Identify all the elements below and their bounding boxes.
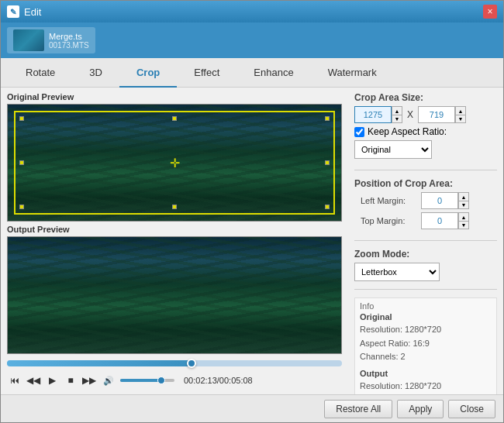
top-margin-input-group: ▲ ▼ [421, 212, 469, 229]
crop-handle-bm[interactable] [172, 205, 177, 209]
step-forward-button[interactable]: ▶▶ [81, 373, 97, 388]
width-spinners: ▲ ▼ [392, 106, 402, 123]
out-resolution: Resolution: 1280*720 [360, 380, 492, 394]
crop-handle-tl[interactable] [19, 116, 24, 121]
tabs-bar: Rotate 3D Crop Effect Enhance Watermark [1, 58, 503, 88]
left-margin-down[interactable]: ▼ [458, 201, 469, 209]
output-preview-section: Output Preview [7, 225, 343, 354]
top-margin-label: Top Margin: [361, 216, 416, 225]
file-names: Merge.ts 00173.MTS [49, 32, 89, 50]
keep-aspect-row: Keep Aspect Ratio: [354, 126, 497, 137]
output-sub: Output [360, 369, 492, 378]
zoom-section: Zoom Mode: Letterbox Pan&Scan Full [354, 249, 497, 281]
progress-bar[interactable] [7, 360, 342, 366]
crosshair: ✛ [170, 156, 180, 170]
info-section: Info Original Resolution: 1280*720 Aspec… [354, 297, 497, 394]
title-bar: ✎ Edit × [1, 1, 503, 22]
width-up-button[interactable]: ▲ [392, 106, 402, 115]
tab-enhance[interactable]: Enhance [236, 58, 310, 88]
left-margin-label: Left Margin: [361, 196, 416, 205]
progress-thumb[interactable] [187, 359, 196, 368]
controls-bar: ⏮ ◀◀ ▶ ■ ▶▶ 🔊 00:02:13/00:05:08 [7, 373, 343, 388]
tab-effect[interactable]: Effect [177, 58, 236, 88]
crop-handle-lm[interactable] [19, 160, 24, 165]
top-margin-spinners: ▲ ▼ [458, 212, 469, 229]
height-input[interactable] [418, 106, 455, 123]
tab-3d[interactable]: 3D [72, 58, 119, 88]
zoom-label: Zoom Mode: [354, 249, 497, 260]
keep-aspect-label: Keep Aspect Ratio: [368, 126, 447, 137]
left-panel: Original Preview [1, 88, 348, 394]
close-button[interactable]: Close [448, 400, 495, 418]
zoom-dropdown[interactable]: Letterbox Pan&Scan Full [354, 263, 440, 281]
crop-handle-bl[interactable] [19, 205, 24, 209]
crop-handle-rm[interactable] [325, 160, 330, 165]
apply-button[interactable]: Apply [397, 400, 444, 418]
x-separator: X [407, 109, 413, 120]
volume-thumb[interactable] [157, 377, 165, 384]
output-preview-label: Output Preview [7, 225, 343, 234]
divider-2 [354, 240, 497, 241]
crop-handle-tr[interactable] [325, 116, 330, 121]
progress-fill [7, 360, 192, 366]
crop-handle-tm[interactable] [172, 116, 177, 121]
file-item[interactable]: Merge.ts 00173.MTS [7, 27, 95, 53]
bottom-bar: Restore All Apply Close [1, 394, 503, 422]
height-input-group: ▲ ▼ [418, 106, 466, 123]
skip-to-start-button[interactable]: ⏮ [7, 373, 22, 388]
stop-button[interactable]: ■ [63, 373, 78, 388]
crop-area-size-label: Crop Area Size: [354, 92, 497, 103]
window-title: Edit [24, 6, 483, 18]
top-margin-up[interactable]: ▲ [458, 212, 469, 221]
left-margin-input-group: ▲ ▼ [421, 192, 469, 209]
height-spinners: ▲ ▼ [455, 106, 466, 123]
step-back-button[interactable]: ◀◀ [26, 373, 41, 388]
tab-rotate[interactable]: Rotate [9, 58, 72, 88]
tab-crop[interactable]: Crop [119, 58, 177, 88]
file-name-2: 00173.MTS [49, 41, 89, 50]
top-margin-row: Top Margin: ▲ ▼ [354, 212, 497, 229]
close-window-button[interactable]: × [483, 5, 497, 19]
restore-all-button[interactable]: Restore All [324, 400, 392, 418]
position-label: Position of Crop Area: [354, 178, 497, 189]
window-icon: ✎ [7, 5, 19, 18]
keep-aspect-checkbox[interactable] [354, 127, 364, 137]
left-margin-input[interactable] [421, 192, 458, 209]
crop-border[interactable]: ✛ [14, 111, 335, 215]
crop-area-size-section: Crop Area Size: ▲ ▼ X ▲ ▼ [354, 92, 497, 162]
left-margin-spinners: ▲ ▼ [458, 192, 469, 209]
right-panel: Crop Area Size: ▲ ▼ X ▲ ▼ [348, 88, 503, 394]
left-margin-up[interactable]: ▲ [458, 192, 469, 201]
output-preview-image [8, 237, 341, 353]
volume-fill [120, 379, 161, 382]
divider-3 [354, 289, 497, 290]
width-input[interactable] [354, 106, 392, 123]
original-sub: Original [360, 312, 492, 322]
volume-slider[interactable] [120, 379, 174, 382]
edit-window: ✎ Edit × Merge.ts 00173.MTS Rotate 3D Cr… [0, 0, 504, 423]
aspect-ratio-dropdown[interactable]: Original 16:9 4:3 1:1 [354, 140, 432, 159]
tab-watermark[interactable]: Watermark [311, 58, 394, 88]
file-thumbnail [13, 29, 44, 51]
left-margin-row: Left Margin: ▲ ▼ [354, 192, 497, 209]
top-margin-input[interactable] [421, 212, 458, 229]
orig-aspect: Aspect Ratio: 16:9 [360, 337, 492, 351]
height-down-button[interactable]: ▼ [455, 115, 466, 123]
output-preview-box [7, 236, 342, 354]
width-down-button[interactable]: ▼ [392, 115, 402, 123]
position-section: Position of Crop Area: Left Margin: ▲ ▼ … [354, 178, 497, 232]
divider-1 [354, 170, 497, 170]
original-preview-label: Original Preview [7, 92, 343, 101]
height-up-button[interactable]: ▲ [455, 106, 466, 115]
orig-resolution: Resolution: 1280*720 [360, 323, 492, 337]
original-preview-section: Original Preview [7, 92, 343, 222]
play-button[interactable]: ▶ [44, 373, 60, 388]
speaker-icon: 🔊 [103, 376, 114, 386]
orig-channels: Channels: 2 [360, 350, 492, 364]
file-bar: Merge.ts 00173.MTS [1, 22, 503, 58]
time-display: 00:02:13/00:05:08 [184, 376, 253, 385]
file-name-1: Merge.ts [49, 32, 89, 41]
top-margin-down[interactable]: ▼ [458, 221, 469, 229]
crop-handle-br[interactable] [325, 205, 330, 209]
info-header: Info [360, 301, 492, 311]
